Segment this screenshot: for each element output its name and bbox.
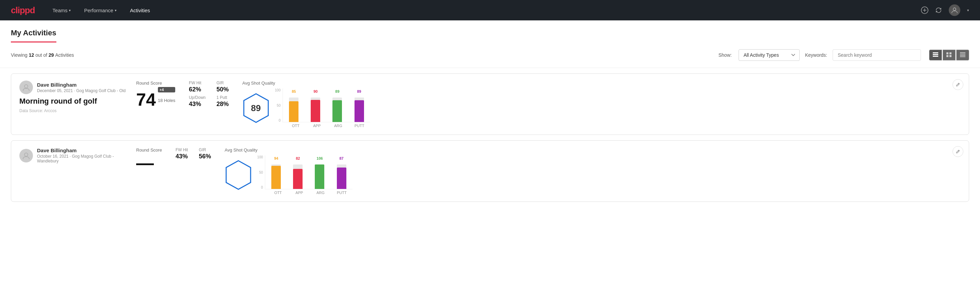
bar-value: 106 xyxy=(317,156,323,160)
fw-hit-value: 43% xyxy=(175,153,188,160)
user-info: Dave Billingham October 16, 2021 · Gog M… xyxy=(37,147,128,163)
pencil-icon xyxy=(956,149,960,154)
chart-labels: OTTAPPARGPUTT xyxy=(285,122,370,128)
bar-fill xyxy=(271,166,281,189)
shot-quality-section: Avg Shot Quality xyxy=(225,147,353,195)
nav-teams[interactable]: Teams ▾ xyxy=(51,5,72,16)
hexagon xyxy=(225,160,252,191)
svg-point-17 xyxy=(24,153,28,156)
svg-rect-13 xyxy=(960,55,966,56)
gir-value: 56% xyxy=(199,153,211,160)
gir-value: 50% xyxy=(216,86,229,93)
svg-point-3 xyxy=(953,8,956,11)
chart-columns: 94 82 106 xyxy=(265,155,352,189)
chart-x-label: ARG xyxy=(313,191,329,195)
mini-stats: FW Hit 43% GIR 56% xyxy=(175,147,211,160)
fw-hit-stat: FW Hit 43% xyxy=(175,147,188,160)
round-score-value: 74 +4 18 Holes xyxy=(136,87,175,109)
activities-container: Dave Billingham December 05, 2021 · Gog … xyxy=(0,68,980,207)
nav-actions: ▾ xyxy=(921,5,969,16)
navbar: clippd Teams ▾ Performance ▾ Activities xyxy=(0,0,980,21)
card-left: Dave Billingham October 16, 2021 · Gog M… xyxy=(19,147,128,166)
y-label-50: 50 xyxy=(277,104,280,107)
nav-performance[interactable]: Performance ▾ xyxy=(83,5,118,16)
add-button[interactable] xyxy=(921,6,928,14)
user-icon xyxy=(22,152,30,160)
list-wide-icon xyxy=(960,52,966,57)
edit-button[interactable] xyxy=(953,146,963,157)
keywords-label: Keywords: xyxy=(805,52,827,58)
fw-hit-label: FW Hit xyxy=(189,81,205,85)
bar-value: 82 xyxy=(296,156,300,160)
y-label-50: 50 xyxy=(259,171,263,174)
bar-wrap xyxy=(271,162,281,189)
user-row: Dave Billingham October 16, 2021 · Gog M… xyxy=(19,147,128,163)
round-score-value: — xyxy=(136,154,162,172)
chart-column: 106 xyxy=(312,156,328,189)
bar-wrap xyxy=(315,162,324,189)
one-putt-value: 28% xyxy=(216,101,229,108)
hexagon-container xyxy=(225,160,252,191)
activity-title: Morning round of golf xyxy=(19,97,128,106)
gir-stat: GIR 56% xyxy=(199,147,211,160)
keyword-input[interactable] xyxy=(833,49,921,61)
hexagon-value: 89 xyxy=(251,103,261,113)
page-container: My Activities Viewing 12 out of 29 Activ… xyxy=(0,21,980,297)
y-label-100: 100 xyxy=(258,155,263,159)
data-source: Data Source: Arccos xyxy=(19,109,128,113)
bar-fill xyxy=(355,100,364,122)
nav-activities[interactable]: Activities xyxy=(129,5,151,16)
bar-value: 94 xyxy=(274,156,278,160)
y-label-100: 100 xyxy=(275,88,281,92)
chart-column: 89 xyxy=(329,89,345,122)
chart-column: 89 xyxy=(351,89,367,122)
svg-rect-11 xyxy=(960,52,966,53)
user-date: December 05, 2021 · Gog Magog Golf Club … xyxy=(37,88,126,93)
y-label-0: 0 xyxy=(279,118,281,122)
bar-wrap xyxy=(355,95,364,122)
shot-quality-section: Avg Shot Quality 89 xyxy=(242,81,370,128)
edit-button[interactable] xyxy=(953,79,963,90)
one-putt-label: 1 Putt xyxy=(216,95,229,100)
mini-stats: FW Hit 62% Up/Down 43% GIR 50% 1 Putt 28… xyxy=(189,81,229,108)
view-list-wide-button[interactable] xyxy=(956,50,969,61)
updown-value: 43% xyxy=(189,101,205,108)
user-icon xyxy=(951,7,958,14)
user-icon xyxy=(22,84,30,91)
chevron-down-icon: ▾ xyxy=(69,8,71,12)
refresh-button[interactable] xyxy=(935,7,942,14)
bar-background xyxy=(355,97,364,100)
app-logo: clippd xyxy=(11,5,35,16)
chart-column: 87 xyxy=(334,156,350,189)
user-avatar[interactable] xyxy=(949,5,960,16)
card-left: Dave Billingham December 05, 2021 · Gog … xyxy=(19,81,128,113)
bar-fill xyxy=(311,100,320,122)
bar-background xyxy=(337,164,346,168)
user-info: Dave Billingham December 05, 2021 · Gog … xyxy=(37,82,126,93)
bar-background xyxy=(311,97,320,100)
activity-card: Dave Billingham October 16, 2021 · Gog M… xyxy=(11,141,969,202)
round-score-label: Round Score xyxy=(136,147,162,153)
svg-rect-9 xyxy=(947,55,948,57)
grid-icon xyxy=(947,52,952,57)
refresh-icon xyxy=(935,7,942,14)
chart-columns: 85 90 89 xyxy=(283,88,370,122)
user-avatar-card xyxy=(19,149,33,163)
view-list-dense-button[interactable] xyxy=(929,50,942,61)
bar-wrap xyxy=(289,95,299,122)
chart-x-label: OTT xyxy=(270,191,286,195)
viewing-text: Viewing 12 out of 29 Activities xyxy=(11,52,713,58)
user-menu-chevron[interactable]: ▾ xyxy=(967,8,969,13)
chart-column: 90 xyxy=(307,89,324,122)
activity-type-select[interactable]: All Activity Types xyxy=(738,49,800,61)
bar-wrap xyxy=(332,95,342,122)
bar-value: 85 xyxy=(292,89,296,93)
bar-wrap xyxy=(311,95,320,122)
activity-card: Dave Billingham December 05, 2021 · Gog … xyxy=(11,73,969,135)
chart-column: 94 xyxy=(268,156,284,189)
round-score-group: Round Score 74 +4 18 Holes xyxy=(136,81,175,109)
view-grid-button[interactable] xyxy=(943,50,956,61)
bar-background xyxy=(289,97,299,101)
user-date: October 16, 2021 · Gog Magog Golf Club -… xyxy=(37,154,128,163)
chart-labels: OTTAPPARGPUTT xyxy=(267,189,353,195)
